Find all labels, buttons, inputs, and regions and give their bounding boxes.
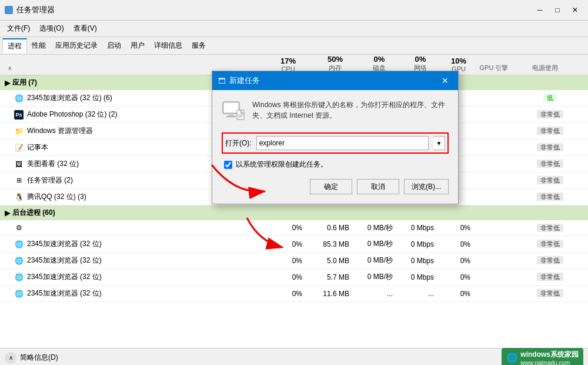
- dialog-overlay: 🗔 新建任务 ✕: [0, 0, 588, 365]
- checkbox-label: 以系统管理权限创建此任务。: [236, 160, 328, 170]
- dialog-open-row: 打开(O): ▼: [222, 132, 449, 154]
- dialog-title: 新建任务: [229, 75, 260, 86]
- confirm-button[interactable]: 确定: [310, 179, 352, 194]
- open-input[interactable]: [256, 136, 429, 150]
- dialog-description: Windows 将根据你所键入的名称，为你打开相应的程序、文件夹、文档或 Int…: [252, 99, 449, 121]
- svg-rect-2: [229, 114, 233, 116]
- open-dropdown[interactable]: ▼: [433, 136, 445, 150]
- dialog-desc: Windows 将根据你所键入的名称，为你打开相应的程序、文件夹、文档或 Int…: [222, 99, 449, 123]
- svg-rect-1: [224, 103, 238, 112]
- dialog-close-button[interactable]: ✕: [438, 75, 452, 87]
- admin-checkbox[interactable]: [224, 161, 232, 169]
- dialog-run-icon: [222, 99, 245, 123]
- dialog-title-bar: 🗔 新建任务 ✕: [212, 71, 458, 90]
- new-task-dialog: 🗔 新建任务 ✕: [212, 71, 459, 204]
- dialog-body: Windows 将根据你所键入的名称，为你打开相应的程序、文件夹、文档或 Int…: [212, 90, 458, 204]
- red-arrow-2: [235, 212, 294, 253]
- open-label: 打开(O):: [225, 138, 252, 148]
- dropdown-arrow: ▼: [436, 140, 442, 147]
- browse-button[interactable]: 浏览(B)...: [404, 179, 449, 194]
- cancel-button[interactable]: 取消: [357, 179, 399, 194]
- checkbox-row: 以系统管理权限创建此任务。: [222, 160, 449, 170]
- svg-rect-3: [226, 116, 236, 117]
- dialog-title-icon: 🗔: [218, 77, 226, 85]
- dialog-buttons: 确定 取消 浏览(B)...: [222, 179, 449, 194]
